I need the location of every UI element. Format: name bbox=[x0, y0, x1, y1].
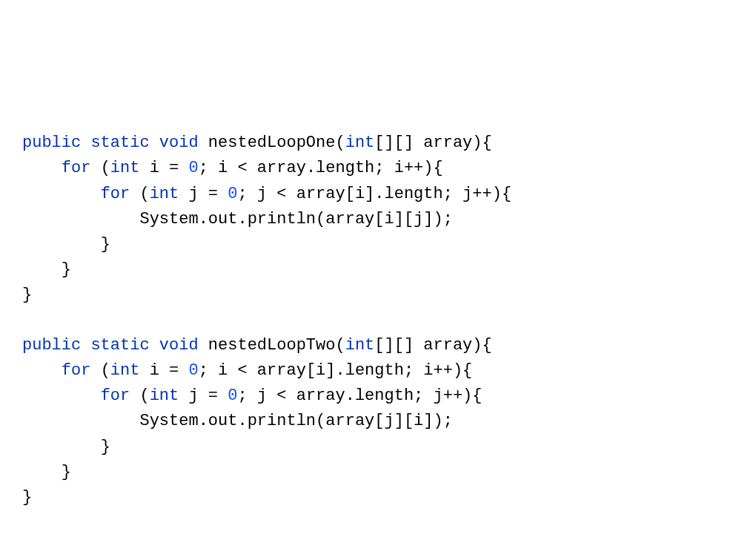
keyword: for bbox=[101, 185, 140, 203]
text: ; i < array[i].length; i++){ bbox=[199, 361, 473, 380]
text: System.out.println(array[i][j]); bbox=[139, 210, 452, 228]
keyword: for bbox=[101, 387, 140, 405]
keyword: public static void bbox=[22, 134, 208, 152]
indent-guide bbox=[22, 210, 62, 228]
indent-guide bbox=[22, 235, 62, 254]
text: j = bbox=[188, 185, 228, 203]
indent-guide bbox=[62, 185, 101, 203]
indent-guide bbox=[62, 210, 101, 228]
text: } bbox=[101, 235, 110, 254]
indent-guide bbox=[62, 438, 101, 456]
text: ( bbox=[101, 361, 110, 380]
number: 0 bbox=[188, 159, 198, 177]
method-name: nestedLoopOne bbox=[208, 134, 336, 152]
keyword: int bbox=[345, 134, 375, 152]
text: ( bbox=[335, 134, 345, 152]
text: i = bbox=[150, 361, 189, 380]
keyword: int bbox=[150, 387, 189, 405]
indent-guide bbox=[22, 387, 62, 405]
text: System.out.println(array[j][i]); bbox=[139, 412, 452, 430]
indent-guide bbox=[62, 412, 101, 430]
text: [][] array){ bbox=[374, 336, 491, 355]
text: ( bbox=[139, 387, 149, 405]
text: } bbox=[101, 438, 110, 456]
number: 0 bbox=[228, 185, 237, 203]
code-block: public static void nestedLoopOne(int[][]… bbox=[22, 131, 734, 510]
text: i = bbox=[150, 159, 189, 177]
text: j = bbox=[188, 387, 228, 405]
indent-guide bbox=[22, 361, 62, 380]
keyword: int bbox=[345, 336, 375, 355]
text: ( bbox=[335, 336, 345, 355]
indent-guide bbox=[22, 463, 62, 481]
text: [][] array){ bbox=[374, 134, 491, 152]
keyword: int bbox=[110, 361, 150, 380]
text: } bbox=[22, 488, 32, 507]
keyword: public static void bbox=[22, 336, 208, 355]
indent-guide bbox=[62, 235, 101, 254]
indent-guide bbox=[22, 185, 62, 203]
text: ( bbox=[139, 185, 149, 203]
indent-guide bbox=[22, 260, 62, 279]
text: } bbox=[22, 286, 32, 304]
indent-guide bbox=[101, 210, 140, 228]
indent-guide bbox=[62, 387, 101, 405]
keyword: int bbox=[110, 159, 150, 177]
indent-guide bbox=[22, 412, 62, 430]
keyword: int bbox=[150, 185, 189, 203]
number: 0 bbox=[228, 387, 237, 405]
text: } bbox=[62, 260, 71, 279]
indent-guide bbox=[22, 438, 62, 456]
text: ; j < array.length; j++){ bbox=[237, 387, 482, 405]
method-name: nestedLoopTwo bbox=[208, 336, 336, 355]
indent-guide bbox=[22, 159, 62, 177]
keyword: for bbox=[62, 159, 101, 177]
indent-guide bbox=[101, 412, 140, 430]
text: ; j < array[i].length; j++){ bbox=[237, 185, 511, 203]
keyword: for bbox=[62, 361, 101, 380]
text: ( bbox=[101, 159, 110, 177]
number: 0 bbox=[188, 361, 198, 380]
text: } bbox=[62, 463, 71, 481]
text: ; i < array.length; i++){ bbox=[199, 159, 443, 177]
